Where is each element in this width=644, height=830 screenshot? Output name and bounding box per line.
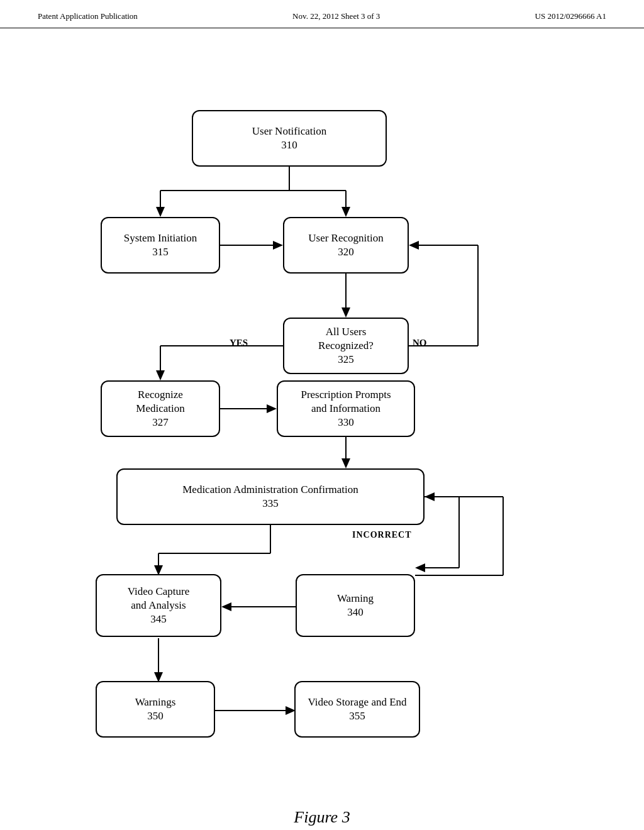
header-middle: Nov. 22, 2012 Sheet 3 of 3 — [292, 11, 380, 21]
box-340: Warning 340 — [296, 574, 415, 637]
box-315: System Initiation 315 — [101, 217, 220, 274]
label-no: NO — [413, 338, 427, 348]
header-right: US 2012/0296666 A1 — [535, 11, 606, 21]
header-left: Patent Application Publication — [38, 11, 138, 21]
box-345: Video Captureand Analysis 345 — [96, 574, 221, 637]
box-327: RecognizeMedication 327 — [101, 380, 220, 437]
box-335: Medication Administration Confirmation 3… — [116, 468, 425, 525]
diagram-container: User Notification 310 System Initiation … — [0, 28, 644, 802]
box-355: Video Storage and End 355 — [294, 681, 420, 738]
label-yes: YES — [230, 338, 248, 348]
figure-caption: Figure 3 — [0, 802, 644, 827]
box-310: User Notification 310 — [192, 110, 387, 167]
label-incorrect: INCORRECT — [352, 530, 412, 540]
box-350: Warnings 350 — [96, 681, 215, 738]
box-320: User Recognition 320 — [283, 217, 409, 274]
box-330: Prescription Promptsand Information 330 — [277, 380, 415, 437]
box-325: All UsersRecognized? 325 — [283, 318, 409, 374]
patent-header: Patent Application Publication Nov. 22, … — [0, 0, 644, 28]
